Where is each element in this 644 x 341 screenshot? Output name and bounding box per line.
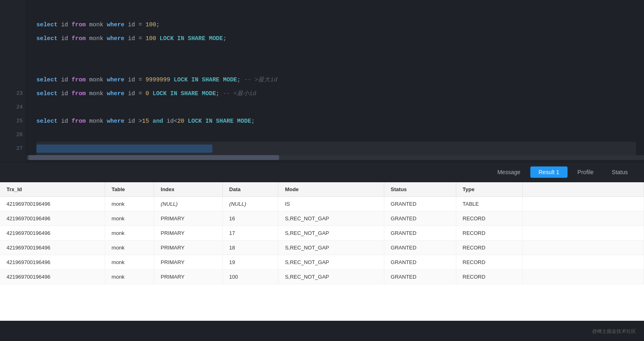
table-cell: S,REC_NOT_GAP bbox=[278, 211, 384, 226]
col-header-index: Index bbox=[154, 182, 222, 197]
code-line-cursor: ​ bbox=[36, 142, 636, 156]
editor-area[interactable]: 23 24 25 26 27 select id from monk where… bbox=[0, 0, 644, 162]
tab-message[interactable]: Message bbox=[489, 166, 528, 178]
table-cell: 421969700196496 bbox=[0, 255, 105, 270]
table-cell: PRIMARY bbox=[154, 226, 222, 241]
line-number-gutter: 23 24 25 26 27 bbox=[0, 0, 26, 162]
table-cell: monk bbox=[105, 270, 154, 284]
table-cell: S,REC_NOT_GAP bbox=[278, 270, 384, 284]
code-line-2: select id from monk where id = 100 LOCK … bbox=[36, 32, 636, 45]
col-header-trx-id: Trx_Id bbox=[0, 182, 105, 197]
table-cell: 18 bbox=[222, 241, 278, 255]
code-line-empty5 bbox=[36, 128, 636, 142]
table-cell: 17 bbox=[222, 226, 278, 241]
table-cell: PRIMARY bbox=[154, 211, 222, 226]
table-cell: RECORD bbox=[456, 270, 522, 284]
col-header-table: Table bbox=[105, 182, 154, 197]
table-cell: GRANTED bbox=[384, 226, 456, 241]
table-cell: (NULL) bbox=[222, 197, 278, 211]
table-cell-extra bbox=[523, 255, 644, 270]
code-line-3: select id from monk where id = 9999999 L… bbox=[36, 73, 636, 87]
col-header-status: Status bbox=[384, 182, 456, 197]
table-cell: 421969700196496 bbox=[0, 270, 105, 284]
table-cell: (NULL) bbox=[154, 197, 222, 211]
line-number-27: 27 bbox=[0, 142, 23, 156]
col-header-type: Type bbox=[456, 182, 522, 197]
table-cell-extra bbox=[523, 270, 644, 284]
result-toolbar: Message Result 1 Profile Status bbox=[0, 162, 644, 182]
horizontal-scrollbar[interactable] bbox=[26, 155, 644, 160]
table-cell: IS bbox=[278, 197, 384, 211]
table-cell: monk bbox=[105, 211, 154, 226]
line-number-25: 25 bbox=[0, 114, 23, 128]
table-cell: RECORD bbox=[456, 211, 522, 226]
table-cell: PRIMARY bbox=[154, 270, 222, 284]
table-cell: RECORD bbox=[456, 226, 522, 241]
table-cell-extra bbox=[523, 197, 644, 211]
table-cell: GRANTED bbox=[384, 211, 456, 226]
col-header-mode: Mode bbox=[278, 182, 384, 197]
table-cell: RECORD bbox=[456, 255, 522, 270]
code-line-empty1 bbox=[36, 4, 636, 18]
code-line-5: select id from monk where id >15 and id<… bbox=[36, 114, 636, 128]
table-cell: 16 bbox=[222, 211, 278, 226]
table-cell: S,REC_NOT_GAP bbox=[278, 226, 384, 241]
code-editor[interactable]: select id from monk where id = 100; sele… bbox=[28, 0, 644, 160]
results-table: Trx_Id Table Index Data Mode Status Type… bbox=[0, 182, 644, 284]
table-row: 421969700196496monkPRIMARY16S,REC_NOT_GA… bbox=[0, 211, 644, 226]
table-header-row: Trx_Id Table Index Data Mode Status Type bbox=[0, 182, 644, 197]
table-cell: 421969700196496 bbox=[0, 211, 105, 226]
table-cell: RECORD bbox=[456, 241, 522, 255]
table-cell: GRANTED bbox=[384, 270, 456, 284]
table-cell-extra bbox=[523, 211, 644, 226]
table-cell: GRANTED bbox=[384, 197, 456, 211]
table-row: 421969700196496monkPRIMARY19S,REC_NOT_GA… bbox=[0, 255, 644, 270]
table-cell: monk bbox=[105, 226, 154, 241]
table-row: 421969700196496monkPRIMARY100S,REC_NOT_G… bbox=[0, 270, 644, 284]
table-cell: monk bbox=[105, 255, 154, 270]
results-container[interactable]: Trx_Id Table Index Data Mode Status Type… bbox=[0, 182, 644, 321]
table-cell: S,REC_NOT_GAP bbox=[278, 255, 384, 270]
tab-profile[interactable]: Profile bbox=[570, 166, 602, 178]
watermark: @稀土掘金技术社区 bbox=[592, 328, 636, 335]
line-number-23: 23 bbox=[0, 87, 23, 100]
table-cell: GRANTED bbox=[384, 241, 456, 255]
line-number-26: 26 bbox=[0, 128, 23, 142]
table-cell: TABLE bbox=[456, 197, 522, 211]
table-cell-extra bbox=[523, 226, 644, 241]
col-header-extra bbox=[523, 182, 644, 197]
table-cell: 19 bbox=[222, 255, 278, 270]
table-cell: GRANTED bbox=[384, 255, 456, 270]
table-cell: PRIMARY bbox=[154, 241, 222, 255]
table-cell: 421969700196496 bbox=[0, 241, 105, 255]
table-cell: 421969700196496 bbox=[0, 197, 105, 211]
table-cell: monk bbox=[105, 241, 154, 255]
scrollbar-thumb[interactable] bbox=[28, 155, 279, 160]
code-line-empty2 bbox=[36, 45, 636, 59]
table-cell-extra bbox=[523, 241, 644, 255]
table-cell: S,REC_NOT_GAP bbox=[278, 241, 384, 255]
tab-result1[interactable]: Result 1 bbox=[530, 166, 567, 178]
code-line-4: select id from monk where id = 0 LOCK IN… bbox=[36, 87, 636, 100]
table-cell: monk bbox=[105, 197, 154, 211]
table-cell: PRIMARY bbox=[154, 255, 222, 270]
code-line-empty3 bbox=[36, 59, 636, 73]
table-row: 421969700196496monkPRIMARY17S,REC_NOT_GA… bbox=[0, 226, 644, 241]
col-header-data: Data bbox=[222, 182, 278, 197]
line-number-24: 24 bbox=[0, 100, 23, 114]
code-line-empty4 bbox=[36, 100, 636, 114]
table-cell: 100 bbox=[222, 270, 278, 284]
table-cell: 421969700196496 bbox=[0, 226, 105, 241]
table-row: 421969700196496monkPRIMARY18S,REC_NOT_GA… bbox=[0, 241, 644, 255]
table-row: 421969700196496monk(NULL)(NULL)ISGRANTED… bbox=[0, 197, 644, 211]
tab-status[interactable]: Status bbox=[604, 166, 636, 178]
code-line-1: select id from monk where id = 100; bbox=[36, 18, 636, 32]
